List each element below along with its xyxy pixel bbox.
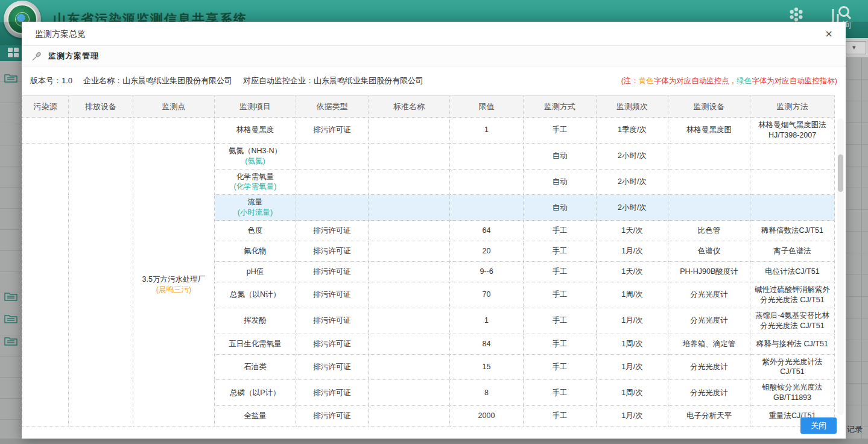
monitor-item-cell: 氟化物 (215, 241, 296, 262)
section-title: 监测方案管理 (48, 51, 99, 62)
monitor-item-cell: 石油类 (215, 354, 296, 380)
monitor-mode-cell: 手工 (524, 354, 597, 380)
table-row[interactable]: 林格曼黑度排污许可证1手工1季度/次林格曼黑度图林格曼烟气黑度图法HJ/T398… (22, 118, 835, 144)
section-header: 监测方案管理 (22, 46, 846, 66)
monitor-point-cell (133, 118, 215, 144)
monitor-mode-cell: 手工 (524, 221, 597, 241)
standard-name-cell (369, 282, 450, 308)
basis-type-cell (296, 195, 369, 221)
standard-name-cell (369, 221, 450, 241)
close-button[interactable]: 关闭 (800, 417, 837, 434)
discharge-device-cell (69, 118, 133, 144)
item-auto-alias: (氨氮) (218, 156, 293, 166)
basis-type-cell: 排污许可证 (296, 118, 369, 144)
monitor-point-name: 3.5万方污水处理厂 (136, 274, 211, 285)
monitor-frequency-cell: 1月/次 (597, 354, 668, 380)
monitor-item-cell: 总氮（以N计） (215, 282, 296, 308)
monitor-method-cell: 钼酸铵分光光度法 GB/T11893 (750, 380, 835, 406)
monitor-device-cell: 分光光度计 (668, 380, 750, 406)
monitor-device-cell: PH-HJ90B酸度计 (668, 262, 750, 282)
limit-value-cell: 1 (450, 308, 524, 334)
modal-titlebar: 监测方案总览 × (22, 22, 846, 46)
limit-value-cell (450, 169, 524, 195)
column-header: 监测项目 (215, 96, 296, 118)
monitor-mode-cell: 自动 (524, 195, 597, 221)
monitor-point-alias: (晨鸣三污) (136, 285, 211, 295)
monitor-frequency-cell: 1周/次 (597, 334, 668, 354)
monitor-item-cell: 五日生化需氧量 (215, 334, 296, 354)
limit-value-cell: 20 (450, 241, 524, 262)
limit-value-cell (450, 195, 524, 221)
monitor-device-cell: 分光光度计 (668, 282, 750, 308)
monitoring-plan-table-wrap: 污染源排放设备监测点监测项目依据类型标准名称限值监测方式监测频次监测设备监测方法… (22, 95, 834, 427)
monitor-mode-cell: 手工 (524, 334, 597, 354)
plan-table-body: 林格曼黑度排污许可证1手工1季度/次林格曼黑度图林格曼烟气黑度图法HJ/T398… (22, 118, 835, 427)
monitor-item-cell: 流量(小时流量) (215, 195, 296, 221)
standard-name-cell (369, 354, 450, 380)
monitor-method-cell: 电位计法CJ/T51 (750, 262, 835, 282)
monitor-item-cell: 化学需氧量(化学需氧量) (215, 169, 296, 195)
monitor-method-cell: 碱性过硫酸钾消解紫外分光光度法 CJ/T51 (750, 282, 835, 308)
table-scrollbar-track[interactable] (837, 118, 844, 415)
monitor-frequency-cell: 1周/次 (597, 380, 668, 406)
column-header: 污染源 (22, 96, 69, 118)
monitor-frequency-cell: 2小时/次 (597, 143, 668, 169)
table-row[interactable]: 3.5万方污水处理厂(晨鸣三污)氨氮（NH3-N）(氨氮)自动2小时/次 (22, 143, 835, 169)
monitor-mode-cell: 手工 (524, 380, 597, 406)
basis-type-cell: 排污许可证 (296, 334, 369, 354)
monitor-item-cell: 色度 (215, 221, 296, 241)
limit-value-cell: 8 (450, 380, 524, 406)
monitor-device-cell: 培养箱、滴定管 (668, 334, 750, 354)
monitor-item-cell: 林格曼黑度 (215, 118, 296, 144)
standard-name-cell (369, 241, 450, 262)
pin-icon (31, 51, 42, 62)
basis-type-cell: 排污许可证 (296, 308, 369, 334)
monitor-device-cell: 比色管 (668, 221, 750, 241)
limit-value-cell: 15 (450, 354, 524, 380)
standard-name-cell (369, 169, 450, 195)
standard-name-cell (369, 380, 450, 406)
auto-company-field: 对应自动监控企业：山东晨鸣纸业集团股份有限公司 (243, 75, 423, 86)
column-header: 监测设备 (668, 96, 750, 118)
column-header: 监测频次 (597, 96, 668, 118)
monitor-frequency-cell: 1天/次 (597, 262, 668, 282)
column-header: 依据类型 (296, 96, 369, 118)
monitor-device-cell (668, 169, 750, 195)
modal-footer: 关闭 (22, 413, 846, 439)
table-scrollbar-thumb[interactable] (838, 154, 843, 192)
monitor-device-cell: 林格曼黑度图 (668, 118, 750, 144)
standard-name-cell (369, 308, 450, 334)
limit-value-cell: 70 (450, 282, 524, 308)
monitor-frequency-cell: 1周/次 (597, 282, 668, 308)
monitor-method-cell: 稀释与接种法 CJ/T51 (750, 334, 835, 354)
close-icon[interactable]: × (822, 27, 836, 41)
basis-type-cell: 排污许可证 (296, 354, 369, 380)
basis-type-cell (296, 143, 369, 169)
modal-title: 监测方案总览 (35, 29, 86, 40)
basis-type-cell: 排污许可证 (296, 221, 369, 241)
monitor-method-cell: 蒸馏后-4氨基安替比林 分光光度法 CJ/T51 (750, 308, 835, 334)
standard-name-cell (369, 143, 450, 169)
monitor-point-cell: 3.5万方污水处理厂(晨鸣三污) (133, 143, 215, 426)
version-value: 1.0 (62, 76, 72, 85)
basis-type-cell: 排污许可证 (296, 282, 369, 308)
monitor-frequency-cell: 1月/次 (597, 308, 668, 334)
company-field: 企业名称：山东晨鸣纸业集团股份有限公司 (83, 75, 232, 86)
monitor-mode-cell: 自动 (524, 143, 597, 169)
monitoring-plan-modal: 监测方案总览 × 监测方案管理 版本号：1.0 企业名称：山东晨鸣纸业集团股份有… (22, 22, 846, 439)
monitor-device-cell (668, 195, 750, 221)
column-header: 监测方法 (750, 96, 835, 118)
column-header: 限值 (450, 96, 524, 118)
monitor-frequency-cell: 1天/次 (597, 221, 668, 241)
monitor-item-cell: 总磷（以P计） (215, 380, 296, 406)
monitor-method-cell: 紫外分光光度计法 CJ/T51 (750, 354, 835, 380)
monitor-frequency-cell: 2小时/次 (597, 169, 668, 195)
limit-value-cell: 84 (450, 334, 524, 354)
monitor-item-cell: 挥发酚 (215, 308, 296, 334)
monitoring-plan-table: 污染源排放设备监测点监测项目依据类型标准名称限值监测方式监测频次监测设备监测方法… (22, 95, 835, 427)
monitor-mode-cell: 手工 (524, 262, 597, 282)
monitor-device-cell: 分光光度计 (668, 308, 750, 334)
monitor-method-cell: 林格曼烟气黑度图法HJ/T398-2007 (750, 118, 835, 144)
legend-note: (注：黄色字体为对应自动监控点，绿色字体为对应自动监控指标) (621, 76, 837, 86)
monitor-device-cell (668, 143, 750, 169)
